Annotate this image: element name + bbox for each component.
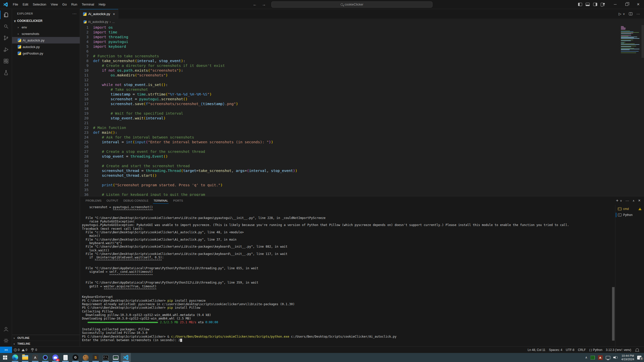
code-line[interactable]: 5import keyboard [80, 44, 644, 49]
taskbar-clock[interactable]: 10:44 PM 4/19/2024 [621, 354, 634, 361]
sidebar-item-screenshots[interactable]: ›screenshots [12, 30, 80, 37]
source-control-icon[interactable] [0, 32, 12, 44]
run-dropdown-icon[interactable]: ∨ [623, 12, 625, 16]
status-utf-8[interactable]: UTF-8 [564, 347, 576, 353]
code-line[interactable]: 22# Main function [80, 125, 644, 130]
remote-indicator[interactable]: >< [0, 347, 12, 353]
tab-close-icon[interactable]: × [113, 12, 115, 16]
terminal-instance-python[interactable]: >_Python [615, 212, 644, 218]
maximize-panel-icon[interactable]: ∧ [633, 199, 635, 202]
notifications-bell-icon[interactable] [633, 347, 641, 353]
code-line[interactable]: 31 screenshot_thread = threading.Thread(… [80, 168, 644, 173]
terminal-instance-cmd[interactable]: C:\cmd [615, 206, 644, 212]
status-spaces-4[interactable]: Spaces: 4 [547, 347, 564, 353]
window-close-button[interactable]: × [632, 0, 644, 9]
spiral-app-icon[interactable] [40, 353, 50, 362]
window-minimize-button[interactable] [609, 0, 621, 9]
panel-tab-ports[interactable]: PORTS [171, 196, 185, 205]
network-tray-icon[interactable] [606, 356, 610, 359]
nav-back-icon[interactable]: ← [250, 2, 259, 7]
settings-gear-icon[interactable] [0, 335, 12, 346]
code-line[interactable]: 34 print("Screenshot program started. Pr… [80, 183, 644, 188]
code-line[interactable]: 10 if not os.path.exists("screenshots"): [80, 68, 644, 73]
code-line[interactable]: 16 screenshot = pyautogui.screenshot() [80, 97, 644, 102]
sidebar-item-getposition-py[interactable]: getPosition.py [12, 50, 80, 57]
menu-edit[interactable]: Edit [20, 2, 30, 7]
code-line[interactable]: 6 [80, 49, 644, 54]
menu-help[interactable]: Help [96, 2, 108, 7]
sidebar-item-ai-autoclick-py[interactable]: Ai_autoclick.py [12, 37, 80, 43]
minimap[interactable] [621, 26, 640, 53]
code-line[interactable]: 19 # Wait for the specified interval [80, 111, 644, 116]
code-line[interactable]: 35 [80, 188, 644, 192]
close-panel-icon[interactable]: × [638, 198, 640, 203]
command-center-search[interactable]: cookieClicker [271, 2, 432, 8]
explorer-more-actions-icon[interactable]: ··· [72, 12, 77, 16]
code-line[interactable]: 17 screenshot.save(f"screenshots/screens… [80, 102, 644, 106]
code-line[interactable]: 32 screenshot_thread.start() [80, 173, 644, 178]
extensions-icon[interactable] [0, 55, 12, 67]
split-editor-icon[interactable] [629, 12, 632, 15]
monitor-app-icon[interactable] [111, 353, 121, 362]
panel-tab-terminal[interactable]: TERMINAL [151, 196, 171, 205]
explorer-icon[interactable] [0, 9, 12, 21]
discord-icon[interactable]: 9+ [50, 353, 60, 362]
code-line[interactable]: 14 # Take screenshot [80, 87, 644, 92]
explorer-root-folder[interactable]: ∨ COOKIECLICKER [12, 18, 80, 24]
terminal-dropdown-icon[interactable]: ∨ [620, 199, 622, 202]
code-line[interactable]: 13 while not stop_event.is_set(): [80, 82, 644, 87]
new-terminal-icon[interactable]: + [616, 198, 619, 203]
status-3-12-3-env-venv-[interactable]: 3.12.3 ('env': venv) [604, 347, 633, 353]
code-line[interactable]: 30 # Create and start the screenshot thr… [80, 164, 644, 168]
customize-layout-icon[interactable] [601, 3, 605, 6]
sidebar-item-autoclick-py[interactable]: autoclick.py [12, 43, 80, 50]
status-python[interactable]: { }Python [588, 347, 604, 353]
app-a-icon[interactable]: A [30, 353, 40, 362]
menu-view[interactable]: View [49, 2, 60, 7]
tab-ai-autoclick[interactable]: Ai_autoclick.py × [80, 9, 118, 19]
code-line[interactable]: 25 interval = int(input("Enter the inter… [80, 140, 644, 145]
file-explorer-icon[interactable] [20, 353, 30, 362]
run-python-file-icon[interactable]: ▷ [619, 12, 621, 16]
section-outline[interactable]: ›OUTLINE [12, 335, 80, 341]
panel-tab-debug-console[interactable]: DEBUG CONSOLE [121, 196, 151, 205]
code-line[interactable]: 28 stop_event = threading.Event() [80, 154, 644, 159]
editor-more-actions-icon[interactable]: ··· [636, 12, 640, 16]
sidebar-item-env[interactable]: ›env [12, 24, 80, 30]
code-line[interactable]: 21 [80, 121, 644, 125]
menu-go[interactable]: Go [60, 2, 69, 7]
code-line[interactable]: 2import time [80, 30, 644, 35]
code-line[interactable]: 11 os.makedirs("screenshots") [80, 73, 644, 78]
volume-tray-icon[interactable] [613, 355, 618, 359]
code-line[interactable]: 27 # Create a stop event for the screens… [80, 149, 644, 154]
window-restore-button[interactable] [621, 0, 632, 9]
vscode-icon[interactable] [121, 353, 131, 362]
menu-run[interactable]: Run [69, 2, 79, 7]
problems-status[interactable]: × 0 0 [12, 347, 29, 353]
code-line[interactable]: 7# Function to take screenshots [80, 54, 644, 59]
code-line[interactable]: 33 [80, 178, 644, 183]
code-editor[interactable]: 1import os2import time3import threading4… [80, 25, 644, 196]
testing-icon[interactable] [0, 67, 12, 78]
command-prompt-icon[interactable]: C:\_ [101, 353, 111, 362]
code-line[interactable]: 23def main(): [80, 130, 644, 135]
status-ln-48-col-11[interactable]: Ln 48, Col 11 [526, 347, 547, 353]
cookie-clicker-icon[interactable] [80, 353, 91, 362]
panel-more-actions-icon[interactable]: ··· [626, 199, 629, 203]
section-timeline[interactable]: ›TIMELINE [12, 341, 80, 346]
code-line[interactable]: 20 stop_event.wait(interval) [80, 116, 644, 121]
code-line[interactable]: 29 [80, 159, 644, 164]
scales-app-tray-icon[interactable] [598, 355, 603, 360]
start-button[interactable] [0, 353, 10, 362]
code-line[interactable]: 36 # Listen for keyboard input to quit t… [80, 192, 644, 196]
code-line[interactable]: 24 # Ask for the interval between screen… [80, 135, 644, 140]
menu-terminal[interactable]: Terminal [79, 2, 96, 7]
code-line[interactable]: 4import pyautogui [80, 39, 644, 44]
logitech-g-icon[interactable]: G [70, 353, 80, 362]
sublime-text-icon[interactable]: S [91, 353, 101, 362]
code-line[interactable]: 1import os [80, 25, 644, 30]
notepad-icon[interactable] [60, 353, 70, 362]
menu-file[interactable]: File [11, 2, 20, 7]
nav-forward-icon[interactable]: → [259, 2, 268, 7]
code-line[interactable]: 18 [80, 106, 644, 111]
